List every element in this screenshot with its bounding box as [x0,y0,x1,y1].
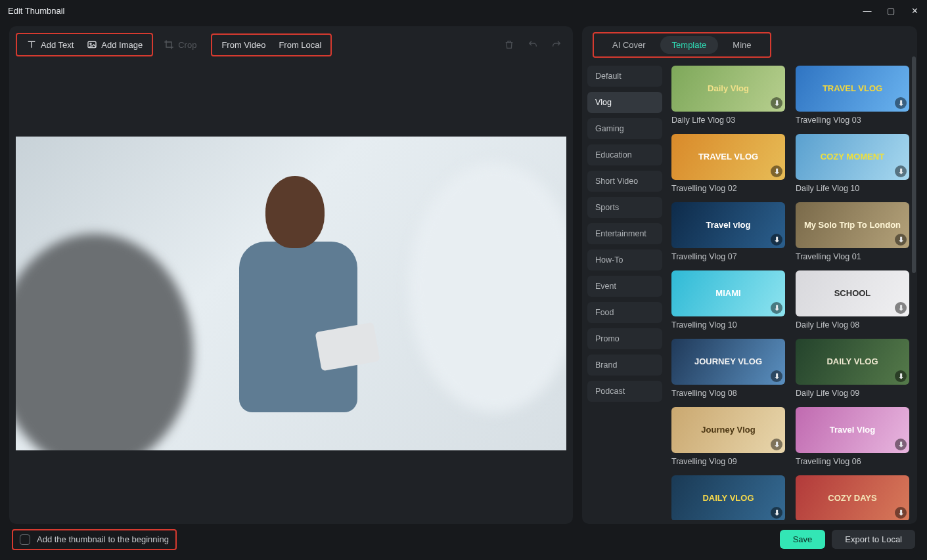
category-item[interactable]: Podcast [587,381,662,402]
template-item[interactable]: MIAMI⬇Travelling Vlog 10 [671,270,785,330]
delete-button [499,35,519,54]
template-item[interactable]: TRAVEL VLOG⬇Travelling Vlog 02 [671,134,785,193]
template-thumb[interactable]: Travel Vlog⬇ [796,407,909,453]
template-thumb[interactable]: Journey Vlog⬇ [671,407,785,453]
template-overlay-text: Travel vlog [702,221,755,230]
template-thumb[interactable]: SCHOOL⬇ [796,270,909,316]
download-icon[interactable]: ⬇ [895,234,907,246]
template-overlay-text: MIAMI [712,289,744,298]
window-title: Edit Thumbnail [8,6,64,16]
text-icon [26,39,37,50]
template-item[interactable]: JOURNEY VLOG⬇Travelling Vlog 08 [671,339,785,398]
template-thumb[interactable]: DAILY VLOG⬇ [796,339,909,385]
download-icon[interactable]: ⬇ [895,165,907,177]
save-button[interactable]: Save [780,530,826,549]
template-thumb[interactable]: COZY DAYS⬇ [796,475,909,520]
add-image-label: Add Image [101,40,143,50]
download-icon[interactable]: ⬇ [771,507,782,519]
template-item[interactable]: TRAVEL VLOG⬇Travelling Vlog 03 [796,66,909,125]
template-label: Travelling Vlog 09 [671,457,785,466]
category-item[interactable]: Education [587,144,662,165]
minimize-icon[interactable]: — [863,6,872,16]
template-overlay-text: JOURNEY VLOG [690,357,766,366]
template-item[interactable]: COZY DAYS⬇ [796,475,909,520]
template-item[interactable]: Travel vlog⬇Travelling Vlog 07 [671,202,785,261]
template-label: Travelling Vlog 02 [671,184,785,193]
undo-icon [528,39,538,50]
from-video-button[interactable]: From Video [215,36,272,54]
add-text-button[interactable]: Add Text [20,35,80,54]
category-item[interactable]: Brand [587,355,662,376]
category-item[interactable]: Short Video [587,171,662,192]
template-grid: Daily Vlog⬇Daily Life Vlog 03TRAVEL VLOG… [664,63,913,520]
tab-ai-cover[interactable]: AI Cover [600,36,658,54]
template-thumb[interactable]: TRAVEL VLOG⬇ [671,134,785,180]
category-item[interactable]: Promo [587,328,662,349]
download-icon[interactable]: ⬇ [895,439,907,450]
template-item[interactable]: DAILY VLOG⬇Daily Life Vlog 09 [796,339,909,398]
template-label: Daily Life Vlog 03 [671,116,785,125]
template-overlay-text: Daily Vlog [704,84,753,93]
template-overlay-text: Travel Vlog [826,425,879,435]
download-icon[interactable]: ⬇ [771,97,782,109]
thumbnail-canvas[interactable] [16,137,566,450]
template-item[interactable]: Daily Vlog⬇Daily Life Vlog 03 [671,66,785,125]
category-item[interactable]: How-To [587,249,662,270]
template-label: Daily Life Vlog 10 [796,184,909,193]
redo-icon [551,39,562,50]
template-item[interactable]: Journey Vlog⬇Travelling Vlog 09 [671,407,785,466]
template-item[interactable]: COZY MOMENT⬇Daily Life Vlog 10 [796,134,909,193]
download-icon[interactable]: ⬇ [771,234,782,246]
template-thumb[interactable]: Travel vlog⬇ [671,202,785,248]
download-icon[interactable]: ⬇ [895,507,907,519]
tab-mine[interactable]: Mine [721,36,763,54]
template-overlay-text: DAILY VLOG [698,494,757,503]
download-icon[interactable]: ⬇ [895,302,907,314]
template-overlay-text: SCHOOL [830,289,875,298]
category-item[interactable]: Default [587,66,662,87]
template-item[interactable]: DAILY VLOG⬇ [671,475,785,520]
template-thumb[interactable]: JOURNEY VLOG⬇ [671,339,785,385]
category-item[interactable]: Vlog [587,92,662,113]
add-image-button[interactable]: Add Image [80,35,149,54]
editor-toolbar: Add Text Add Image Crop From Video From … [9,26,573,63]
tab-template[interactable]: Template [660,36,719,54]
download-icon[interactable]: ⬇ [771,370,782,382]
template-item[interactable]: My Solo Trip To London⬇Travelling Vlog 0… [796,202,909,261]
template-label: Daily Life Vlog 09 [796,389,909,398]
export-button[interactable]: Export to Local [832,530,915,549]
close-icon[interactable]: ✕ [910,6,919,16]
scrollbar-thumb[interactable] [912,56,916,273]
from-local-button[interactable]: From Local [272,36,328,54]
template-thumb[interactable]: MIAMI⬇ [671,270,785,316]
template-overlay-text: COZY DAYS [824,494,880,503]
template-thumb[interactable]: My Solo Trip To London⬇ [796,202,909,248]
download-icon[interactable]: ⬇ [771,302,782,314]
download-icon[interactable]: ⬇ [895,370,907,382]
template-thumb[interactable]: Daily Vlog⬇ [671,66,785,112]
template-item[interactable]: Travel Vlog⬇Travelling Vlog 06 [796,407,909,466]
template-label: Daily Life Vlog 08 [796,320,909,330]
template-thumb[interactable]: DAILY VLOG⬇ [671,475,785,520]
highlight-footer-checkbox: Add the thumbnail to the beginning [12,529,177,550]
template-overlay-text: Journey Vlog [697,425,759,435]
download-icon[interactable]: ⬇ [771,165,782,177]
category-item[interactable]: Sports [587,197,662,218]
template-item[interactable]: SCHOOL⬇Daily Life Vlog 08 [796,270,909,330]
download-icon[interactable]: ⬇ [895,97,907,109]
category-item[interactable]: Entertainment [587,223,662,244]
template-thumb[interactable]: COZY MOMENT⬇ [796,134,909,180]
category-item[interactable]: Gaming [587,118,662,139]
crop-icon [164,39,174,50]
download-icon[interactable]: ⬇ [771,439,782,450]
titlebar: Edit Thumbnail — ▢ ✕ [0,0,927,21]
add-to-beginning-label: Add the thumbnail to the beginning [37,534,169,544]
category-item[interactable]: Food [587,302,662,323]
add-text-label: Add Text [41,40,74,50]
category-item[interactable]: Event [587,276,662,297]
maximize-icon[interactable]: ▢ [886,6,895,16]
template-thumb[interactable]: TRAVEL VLOG⬇ [796,66,909,112]
add-to-beginning-checkbox[interactable] [20,534,30,545]
template-label: Travelling Vlog 03 [796,116,909,125]
crop-label: Crop [178,40,196,50]
